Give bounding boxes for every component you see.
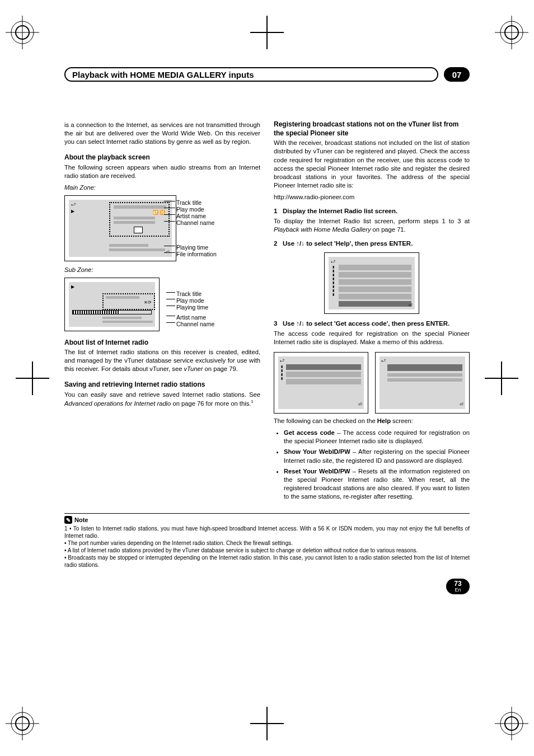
play-icon: ▶ <box>71 209 74 215</box>
note-icon: ✎ <box>64 516 72 524</box>
print-registration-mark <box>6 707 39 740</box>
repeat-icon: 🔁 <box>153 210 158 216</box>
crop-mark <box>250 16 284 49</box>
enter-icon: ⏎ <box>409 303 413 309</box>
play-icon: ▶ <box>71 284 74 290</box>
chapter-title: Playback with HOME MEDIA GALLERY inputs <box>64 67 438 82</box>
footnote-line: • A list of Internet radio stations prov… <box>64 547 418 553</box>
sub-zone-label: Sub Zone: <box>64 266 260 274</box>
step-3: 3 Use ↑/↓ to select 'Get access code', t… <box>274 320 470 328</box>
figure-access-code-pair: ⮐ ▮▮▮▮ ⏎ ⮐ ⏎ <box>274 352 470 414</box>
footnote-line: • To listen to Internet radio stations, … <box>64 525 470 539</box>
return-icon: ⮐ <box>71 202 76 208</box>
page-number: 73 <box>454 580 461 587</box>
scroll-indicator: ▮▮▮▮▮▮▮▮ <box>331 265 335 307</box>
paragraph-saving: You can easily save and retrieve saved I… <box>64 391 260 408</box>
label-playing-time: Playing time <box>176 303 208 311</box>
list-item: Reset Your WebID/PW – Resets all the inf… <box>284 467 470 501</box>
list-item: Get access code – The access code requir… <box>284 429 470 445</box>
crop-mark <box>485 361 518 395</box>
return-icon: ⮐ <box>381 358 386 364</box>
pioneer-url: http://www.radio-pioneer.com <box>274 193 470 201</box>
up-down-arrows-icon: ↑/↓ <box>296 240 305 247</box>
label-channel-name: Channel name <box>176 320 214 328</box>
paragraph-playback-screen: The following screen appears when audio … <box>64 163 260 180</box>
enter-icon: ⏎ <box>460 402 463 408</box>
heading-about-list: About list of Internet radio <box>64 338 260 347</box>
print-registration-mark <box>495 707 528 740</box>
figure-main-zone: ⮐ ▶ 🔁 🔀 <box>64 195 176 261</box>
note-section: ✎ Note 1 • To listen to Internet radio s… <box>64 513 470 591</box>
step-1-body: To display the Internet Radio list scree… <box>274 217 470 234</box>
print-registration-mark <box>495 16 528 49</box>
page-number-badge: 73 En <box>446 579 470 594</box>
step-2: 2 Use ↑/↓ to select 'Help', then press E… <box>274 240 470 248</box>
help-bullet-list: Get access code – The access code requir… <box>274 429 470 501</box>
scroll-indicator: ▮▮▮▮ <box>280 364 284 407</box>
footnote-line: • The port number varies depending on th… <box>64 540 293 546</box>
crop-mark <box>16 361 49 395</box>
step-1: 1 Display the Internet Radio list screen… <box>274 207 470 216</box>
page-language: En <box>455 588 461 593</box>
footnote-line: • Broadcasts may be stopped or interrupt… <box>64 555 470 568</box>
paragraph-registering: With the receiver, broadcast stations no… <box>274 139 470 190</box>
chapter-header: Playback with HOME MEDIA GALLERY inputs … <box>64 67 470 82</box>
chapter-number: 07 <box>444 67 470 82</box>
enter-icon: ⏎ <box>358 402 362 408</box>
shuffle-icon: 🔀 <box>160 210 165 216</box>
paragraph-about-list: The list of Internet radio stations on t… <box>64 348 260 373</box>
list-item: Show Your WebID/PW – After registering o… <box>284 448 470 464</box>
step-3-body: The access code required for registratio… <box>274 330 470 346</box>
footnote-number: 1 <box>64 525 68 532</box>
heading-registering: Registering broadcast stations not on th… <box>274 120 470 138</box>
note-label: Note <box>74 516 88 523</box>
right-column: Registering broadcast stations not on th… <box>274 120 470 503</box>
intro-paragraph: is a connection to the Internet, as serv… <box>64 121 260 146</box>
print-registration-mark <box>6 16 39 49</box>
label-channel-name: Channel name <box>176 219 214 227</box>
crop-mark <box>250 707 284 740</box>
figure-sub-zone: ▶ ✕⟳ Track title Play mode <box>64 278 176 331</box>
label-file-info: File information <box>176 250 217 258</box>
left-column: is a connection to the Internet, as serv… <box>64 120 260 503</box>
heading-playback-screen: About the playback screen <box>64 153 260 162</box>
main-zone-label: Main Zone: <box>64 184 260 192</box>
up-down-arrows-icon: ↑/↓ <box>296 320 305 327</box>
heading-saving: Saving and retrieving Internet radio sta… <box>64 380 260 389</box>
return-icon: ⮐ <box>280 358 284 364</box>
help-intro: The following can be checked on the Help… <box>274 417 470 425</box>
shuffle-repeat-icon: ✕⟳ <box>144 300 152 306</box>
figure-help-list: ⮐ ▮▮▮▮▮▮▮▮ ⏎ <box>324 252 419 314</box>
